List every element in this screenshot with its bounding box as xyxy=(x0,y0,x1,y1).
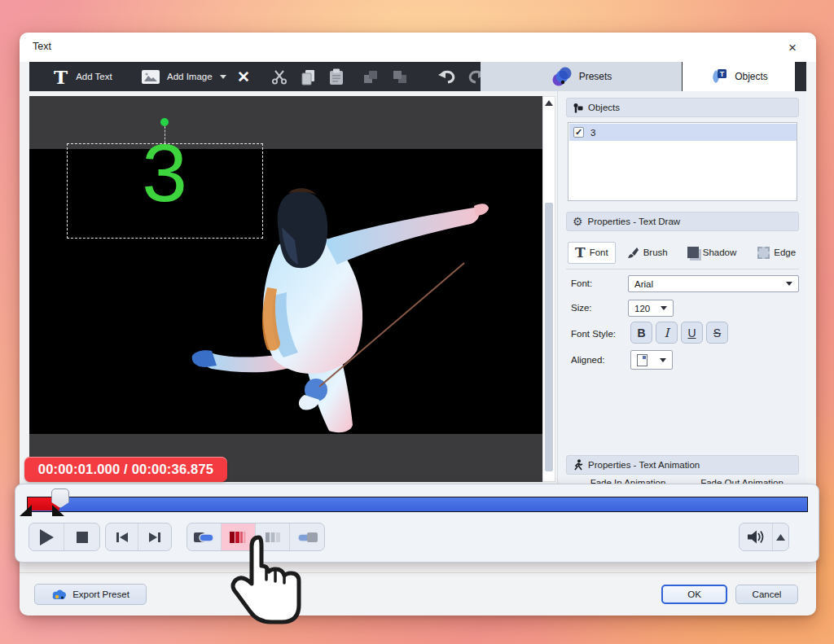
selection-box[interactable] xyxy=(67,143,263,239)
export-cloud-icon xyxy=(51,589,67,600)
add-image-label: Add Image xyxy=(167,72,213,81)
aligned-select[interactable] xyxy=(630,350,673,370)
svg-text:T: T xyxy=(720,70,725,78)
divider xyxy=(566,269,799,269)
export-preset-label: Export Preset xyxy=(72,589,129,599)
shadow-icon xyxy=(687,247,699,258)
text-draw-header: ⚙ Properties - Text Draw xyxy=(566,212,799,231)
cancel-button[interactable]: Cancel xyxy=(735,585,798,604)
font-value: Arial xyxy=(634,279,653,289)
bring-forward-button[interactable] xyxy=(362,62,380,91)
ok-label: OK xyxy=(687,589,701,599)
objects-group-header: Objects xyxy=(566,98,799,117)
bold-button[interactable]: B xyxy=(630,322,652,344)
skip-end-button[interactable] xyxy=(138,524,171,550)
tab-objects[interactable]: T Objects xyxy=(683,62,795,91)
chevron-down-icon xyxy=(786,282,792,286)
volume-button[interactable] xyxy=(740,524,773,550)
aligned-label: Aligned: xyxy=(571,355,605,365)
size-label: Size: xyxy=(571,303,592,313)
cut-button[interactable] xyxy=(270,62,288,91)
object-item-label: 3 xyxy=(590,128,595,138)
edge-icon xyxy=(757,247,770,259)
add-image-button[interactable]: Add Image xyxy=(142,62,213,91)
dialog-title: Text xyxy=(33,41,51,52)
rotation-handle[interactable] xyxy=(160,118,169,126)
tab-shadow-label: Shadow xyxy=(703,248,737,257)
font-select[interactable]: Arial xyxy=(628,275,799,292)
stop-button[interactable] xyxy=(64,524,99,550)
presets-icon xyxy=(551,67,573,87)
preview-canvas[interactable]: 3 xyxy=(29,96,542,482)
scissors-icon xyxy=(270,68,288,85)
cancel-label: Cancel xyxy=(753,589,782,599)
hand-cursor-icon xyxy=(229,532,306,629)
checkbox-checked-icon[interactable]: ✓ xyxy=(573,127,584,138)
fade-in-start-icon xyxy=(193,530,215,545)
brush-icon xyxy=(627,247,639,259)
play-icon xyxy=(40,529,54,545)
skip-start-button[interactable] xyxy=(106,524,138,550)
tab-presets[interactable]: Presets xyxy=(481,62,682,91)
chevron-down-icon xyxy=(661,306,667,310)
objects-icon xyxy=(573,103,583,113)
tab-font-label: Font xyxy=(590,248,608,257)
rotation-line xyxy=(165,126,165,143)
font-T-icon: T xyxy=(575,244,586,261)
size-select[interactable]: 120 xyxy=(628,300,674,317)
send-backward-button[interactable] xyxy=(391,62,410,91)
timestamp-badge: 00:00:01.000 / 00:00:36.875 xyxy=(24,457,227,482)
delete-object-button[interactable]: ✕ xyxy=(237,62,250,91)
paste-button[interactable] xyxy=(326,62,347,91)
add-text-button[interactable]: T Add Text xyxy=(54,62,112,91)
font-style-label: Font Style: xyxy=(571,329,616,339)
text-animation-title: Properties - Text Animation xyxy=(588,460,700,470)
stop-icon xyxy=(77,532,88,543)
objects-list: ✓ 3 xyxy=(568,122,797,201)
tab-presets-label: Presets xyxy=(579,71,612,82)
tab-font[interactable]: T Font xyxy=(568,242,616,264)
undo-icon xyxy=(437,68,458,85)
tab-objects-label: Objects xyxy=(735,71,768,82)
underline-button[interactable]: U xyxy=(681,322,703,344)
strikethrough-button[interactable]: S xyxy=(706,322,728,344)
preview-scrollbar[interactable] xyxy=(542,96,555,482)
divider xyxy=(20,572,816,573)
tab-brush[interactable]: Brush xyxy=(621,242,674,264)
tab-edge[interactable]: Edge xyxy=(751,242,802,264)
text-T-icon: T xyxy=(54,68,68,86)
size-value: 120 xyxy=(634,304,650,313)
chevron-up-icon xyxy=(776,534,785,541)
timeline-panel xyxy=(15,484,819,563)
bring-forward-icon xyxy=(362,68,380,85)
export-preset-button[interactable]: Export Preset xyxy=(34,584,147,605)
text-draw-title: Properties - Text Draw xyxy=(588,217,681,226)
italic-button[interactable]: I xyxy=(656,322,678,344)
font-label: Font: xyxy=(571,278,592,288)
scrollbar-thumb[interactable] xyxy=(545,203,553,471)
objects-group-title: Objects xyxy=(588,103,620,112)
tab-brush-label: Brush xyxy=(643,248,668,257)
copy-button[interactable] xyxy=(298,62,318,91)
skip-end-icon xyxy=(147,531,162,544)
speaker-icon xyxy=(746,529,766,545)
align-icon xyxy=(637,354,647,366)
fade-in-start-button[interactable] xyxy=(187,524,222,550)
image-icon xyxy=(142,70,160,84)
properties-panel: Objects ✓ 3 ⚙ Properties - Text Draw T F… xyxy=(557,91,806,547)
trim-start-marker[interactable] xyxy=(20,505,32,516)
ok-button[interactable]: OK xyxy=(661,585,727,604)
text-animation-header: Properties - Text Animation xyxy=(566,455,799,475)
play-button[interactable] xyxy=(29,524,64,550)
objects-tab-icon: T xyxy=(709,68,729,85)
object-list-item[interactable]: ✓ 3 xyxy=(569,124,797,141)
tab-shadow[interactable]: Shadow xyxy=(681,242,744,264)
volume-expand-button[interactable] xyxy=(773,524,788,550)
undo-button[interactable] xyxy=(437,62,458,91)
add-image-dropdown[interactable] xyxy=(220,62,226,91)
scroll-up-icon[interactable] xyxy=(545,100,553,107)
volume-group xyxy=(739,523,789,551)
close-icon[interactable]: × xyxy=(784,39,801,57)
skip-group xyxy=(105,523,172,551)
timeline-track[interactable] xyxy=(27,497,808,512)
